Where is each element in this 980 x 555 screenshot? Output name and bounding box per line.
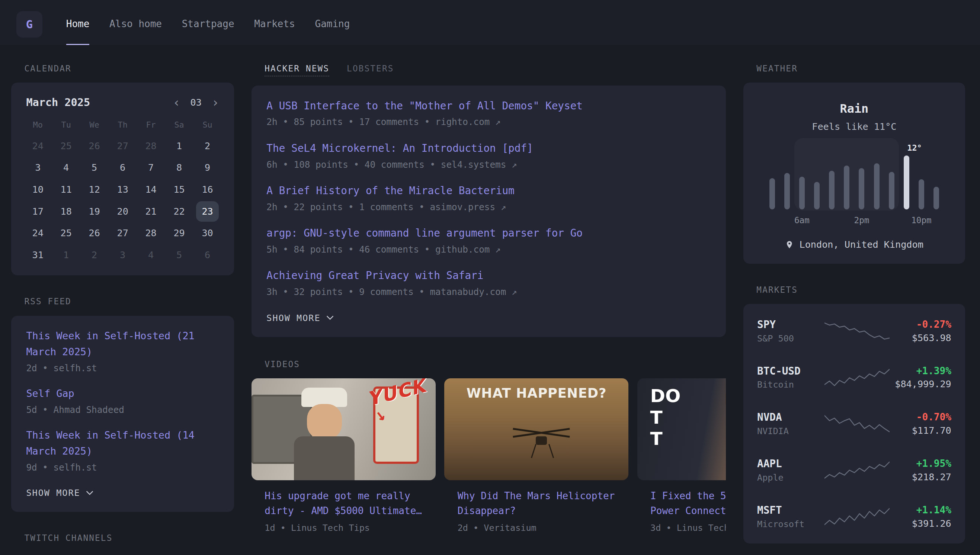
news-item-title[interactable]: A Brief History of the Miracle Bacterium <box>266 183 711 199</box>
market-sparkline <box>824 460 889 480</box>
nav-tab[interactable]: Markets <box>254 4 295 45</box>
rss-item-title[interactable]: Self Gap <box>26 386 219 402</box>
calendar-day[interactable]: 25 <box>55 223 77 243</box>
calendar-day[interactable]: 21 <box>140 201 162 222</box>
market-symbol-block: BTC-USD Bitcoin <box>757 365 824 390</box>
market-row[interactable]: MSFT Microsoft +1.14% $391.26 <box>757 493 951 540</box>
nav-tab[interactable]: Startpage <box>182 4 234 45</box>
calendar-day[interactable]: 31 <box>27 245 49 265</box>
rss-item-title[interactable]: This Week in Self-Hosted (21 March 2025) <box>26 328 219 360</box>
video-meta: 2d • Veritasium <box>458 523 629 533</box>
tab-lobsters[interactable]: LOBSTERS <box>347 64 394 76</box>
calendar-day[interactable]: 16 <box>196 179 218 200</box>
calendar-day[interactable]: 12 <box>83 179 105 200</box>
market-values-block: +1.95% $218.27 <box>890 458 951 483</box>
weather-bar <box>919 179 924 209</box>
nav-tab[interactable]: Home <box>66 4 90 45</box>
rss-show-more-button[interactable]: SHOW MORE <box>26 486 93 501</box>
market-ticker: MSFT <box>757 504 824 517</box>
calendar-day[interactable]: 28 <box>140 223 162 243</box>
calendar-day[interactable]: 29 <box>168 223 190 243</box>
calendar-day[interactable]: 6 <box>111 157 133 178</box>
video-card[interactable]: YUCK ↘ His upgrade got me really dirty -… <box>252 378 436 533</box>
calendar-day[interactable]: 20 <box>111 201 133 222</box>
nav-tab[interactable]: Gaming <box>315 4 350 45</box>
calendar-weekday: Tu <box>52 120 80 130</box>
video-card[interactable]: DO T T I Fixed the 5090 Power Connector…… <box>637 378 726 533</box>
video-title[interactable]: His upgrade got me really dirty - AMD $5… <box>265 488 436 518</box>
market-row[interactable]: BTC-USD Bitcoin +1.39% $84,999.29 <box>757 354 951 401</box>
weather-bar <box>859 168 864 209</box>
calendar-day[interactable]: 15 <box>168 179 190 200</box>
calendar-day[interactable]: 28 <box>140 136 162 156</box>
calendar-controls: ‹ 03 › <box>173 96 219 109</box>
video-thumbnail[interactable]: DO T T <box>637 378 726 480</box>
calendar-day[interactable]: 3 <box>27 157 49 178</box>
calendar-day[interactable]: 26 <box>83 223 105 243</box>
calendar-prev-icon[interactable]: ‹ <box>173 96 180 109</box>
video-card[interactable]: WHAT HAPPENED? Why Did The Mars Helicopt… <box>444 378 629 533</box>
calendar-day[interactable]: 4 <box>55 157 77 178</box>
calendar-day[interactable]: 3 <box>111 245 133 265</box>
market-row[interactable]: AAPL Apple +1.95% $218.27 <box>757 447 951 494</box>
calendar-day[interactable]: 19 <box>83 201 105 222</box>
market-change: -0.27% <box>890 319 951 330</box>
nav-tab[interactable]: Also home <box>109 4 162 45</box>
calendar-day[interactable]: 5 <box>83 157 105 178</box>
market-sparkline <box>824 367 889 388</box>
calendar-day[interactable]: 13 <box>111 179 133 200</box>
calendar-day[interactable]: 7 <box>140 157 162 178</box>
calendar-day[interactable]: 26 <box>83 136 105 156</box>
calendar-day[interactable]: 5 <box>168 245 190 265</box>
news-item-title[interactable]: The SeL4 Microkernel: An Introduction [p… <box>266 141 711 156</box>
calendar-header: March 2025 ‹ 03 › <box>24 94 222 109</box>
calendar-weekday: Su <box>194 120 222 130</box>
news-show-more-button[interactable]: SHOW MORE <box>266 310 334 326</box>
rss-item-title[interactable]: This Week in Self-Hosted (14 March 2025) <box>26 427 219 459</box>
calendar-weekday: Th <box>109 120 137 130</box>
news-item-title[interactable]: Achieving Great Privacy with Safari <box>266 268 711 284</box>
calendar-day[interactable]: 11 <box>55 179 77 200</box>
calendar-day[interactable]: 4 <box>140 245 162 265</box>
weather-bar-slot <box>794 147 809 209</box>
market-symbol-block: SPY S&P 500 <box>757 318 824 344</box>
calendar-day[interactable]: 10 <box>27 179 49 200</box>
calendar-day[interactable]: 23 <box>196 201 218 222</box>
calendar-day[interactable]: 1 <box>55 245 77 265</box>
market-row[interactable]: SPY S&P 500 -0.27% $563.98 <box>757 308 951 354</box>
calendar-next-icon[interactable]: › <box>212 96 219 109</box>
video-title[interactable]: I Fixed the 5090 Power Connector… <box>650 488 726 518</box>
calendar-day[interactable]: 1 <box>168 136 190 156</box>
calendar-day[interactable]: 25 <box>55 136 77 156</box>
market-change: -0.70% <box>890 411 951 423</box>
market-ticker: BTC-USD <box>757 365 824 377</box>
weather-bar <box>933 187 939 209</box>
calendar-day[interactable]: 24 <box>27 136 49 156</box>
news-item-title[interactable]: A USB Interface to the "Mother of All De… <box>266 98 711 114</box>
video-thumbnail[interactable]: YUCK ↘ <box>252 378 436 480</box>
calendar-day[interactable]: 14 <box>140 179 162 200</box>
video-meta: 3d • Linus Tech Tips <box>650 523 726 533</box>
calendar-day[interactable]: 22 <box>168 201 190 222</box>
calendar-day[interactable]: 9 <box>196 157 218 178</box>
video-thumbnail[interactable]: WHAT HAPPENED? <box>444 378 629 480</box>
video-title[interactable]: Why Did The Mars Helicopter Disappear? <box>458 488 629 518</box>
calendar-day[interactable]: 30 <box>196 223 218 243</box>
calendar-day[interactable]: 8 <box>168 157 190 178</box>
calendar-day[interactable]: 2 <box>196 136 218 156</box>
calendar-day[interactable]: 17 <box>27 201 49 222</box>
calendar-day[interactable]: 18 <box>55 201 77 222</box>
video-meta: 1d • Linus Tech Tips <box>265 523 436 533</box>
calendar-day[interactable]: 2 <box>83 245 105 265</box>
news-item-title[interactable]: argp: GNU-style command line argument pa… <box>266 225 711 241</box>
calendar-day[interactable]: 6 <box>196 245 218 265</box>
top-nav: G Home Also home Startpage Markets Gamin… <box>0 0 980 45</box>
right-column: WEATHER Rain Feels like 11°C 12° 6am2pm1… <box>743 64 965 552</box>
market-row[interactable]: NVDA NVIDIA -0.70% $117.70 <box>757 401 951 447</box>
calendar-day[interactable]: 24 <box>27 223 49 243</box>
calendar-day[interactable]: 27 <box>111 136 133 156</box>
app-logo[interactable]: G <box>16 11 42 37</box>
calendar-day[interactable]: 27 <box>111 223 133 243</box>
tab-hacker-news[interactable]: HACKER NEWS <box>265 64 329 76</box>
rss-list: This Week in Self-Hosted (21 March 2025)… <box>26 328 219 473</box>
